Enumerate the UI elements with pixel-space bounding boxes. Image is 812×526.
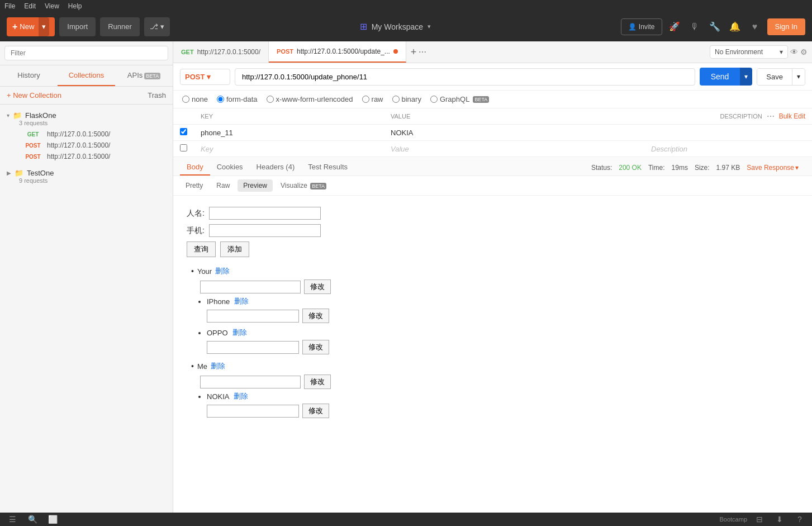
sign-in-button[interactable]: Sign In xyxy=(767,18,805,35)
wrench-icon-btn[interactable]: 🔧 xyxy=(707,19,723,35)
sidebar-toggle-button[interactable]: ☰ xyxy=(4,511,20,526)
option-form-data[interactable]: form-data xyxy=(217,95,258,103)
request-url: http://127.0.0.1:5000/ xyxy=(47,153,110,160)
row-checkbox[interactable] xyxy=(180,144,187,151)
tab-collections[interactable]: Collections xyxy=(58,65,115,86)
search-status-button[interactable]: 🔍 xyxy=(25,511,40,526)
request-url: http://127.0.0.1:5000/ xyxy=(47,130,110,138)
new-button[interactable]: + New ▾ xyxy=(7,17,55,36)
tab-history[interactable]: History xyxy=(0,65,58,86)
tab-get-request[interactable]: GET http://127.0.0.1:5000/ xyxy=(173,41,269,63)
request-item[interactable]: POST http://127.0.0.1:5000/ xyxy=(19,140,166,151)
trash-button[interactable]: Trash xyxy=(148,91,166,99)
name-input[interactable] xyxy=(209,207,321,220)
new-chevron-icon[interactable]: ▾ xyxy=(39,17,49,36)
layout-toggle-button[interactable]: ⊟ xyxy=(752,511,767,526)
radio-graphql[interactable] xyxy=(430,96,438,103)
chevron-right-icon: ▶ xyxy=(7,170,11,176)
row-checkbox[interactable] xyxy=(180,128,187,135)
menu-view[interactable]: View xyxy=(45,2,59,10)
workspace-button[interactable]: ⊞ My Workspace ▾ xyxy=(360,21,431,32)
preview-tab-visualize[interactable]: Visualize BETA xyxy=(275,179,332,192)
sub-item-nokia-input[interactable] xyxy=(207,405,299,418)
option-urlencoded[interactable]: x-www-form-urlencoded xyxy=(267,95,353,103)
item-your-input[interactable] xyxy=(200,281,301,293)
method-select[interactable]: POST ▾ xyxy=(180,69,230,85)
kv-more-button[interactable]: ⋯ xyxy=(767,112,775,121)
preview-tab-pretty[interactable]: Pretty xyxy=(180,179,208,192)
console-status-button[interactable]: ⬜ xyxy=(45,511,60,526)
tab-post-url: http://127.0.0.1:5000/update_... xyxy=(297,48,390,55)
add-tab-button[interactable]: + xyxy=(411,47,417,57)
item-me-modify-button[interactable]: 修改 xyxy=(304,375,331,389)
request-item[interactable]: POST http://127.0.0.1:5000/ xyxy=(19,151,166,162)
radio-raw[interactable] xyxy=(362,96,369,103)
env-gear-button[interactable]: ⚙ xyxy=(800,48,808,56)
radio-urlencoded[interactable] xyxy=(267,96,274,103)
sub-item-iphone-modify-button[interactable]: 修改 xyxy=(302,309,329,323)
preview-tab-raw[interactable]: Raw xyxy=(211,179,235,192)
status-value: 200 OK xyxy=(619,164,642,172)
phone-input[interactable] xyxy=(209,224,321,237)
option-binary[interactable]: binary xyxy=(392,95,421,103)
fork-button[interactable]: ⎇ ▾ xyxy=(144,17,170,36)
radio-none[interactable] xyxy=(182,96,189,103)
save-response-button[interactable]: Save Response ▾ xyxy=(747,164,799,172)
environment-dropdown[interactable]: No Environment ▾ xyxy=(710,45,788,59)
preview-tab-preview[interactable]: Preview xyxy=(238,179,273,192)
sub-item-nokia-modify-button[interactable]: 修改 xyxy=(302,404,329,418)
option-none[interactable]: none xyxy=(182,95,208,103)
download-status-button[interactable]: ⬇ xyxy=(772,511,787,526)
help-status-button[interactable]: ? xyxy=(792,511,808,526)
bulk-edit-button[interactable]: Bulk Edit xyxy=(779,112,805,120)
item-your-modify-button[interactable]: 修改 xyxy=(304,279,331,294)
env-eye-button[interactable]: 👁 xyxy=(790,48,798,56)
option-raw[interactable]: raw xyxy=(362,95,383,103)
option-graphql[interactable]: GraphQLBETA xyxy=(430,95,489,103)
request-item[interactable]: GET http://127.0.0.1:5000/ xyxy=(19,129,166,140)
response-tabs-bar: Body Cookies Headers (4) Test Results St… xyxy=(173,157,812,176)
save-chevron-button[interactable]: ▾ xyxy=(792,69,805,85)
menu-help[interactable]: Help xyxy=(68,2,82,10)
graphql-beta-badge: BETA xyxy=(473,96,489,103)
menu-file[interactable]: File xyxy=(4,2,15,10)
send-chevron-button[interactable]: ▾ xyxy=(740,68,752,86)
collection-testone-header[interactable]: ▶ 📁 TestOne xyxy=(7,169,166,177)
resp-tab-cookies[interactable]: Cookies xyxy=(210,159,250,176)
sub-item-iphone-input[interactable] xyxy=(207,310,299,323)
sub-item-oppo-modify-button[interactable]: 修改 xyxy=(302,340,329,354)
tab-apis[interactable]: APIsBETA xyxy=(115,65,173,86)
import-button[interactable]: Import xyxy=(59,17,96,36)
resp-tab-body[interactable]: Body xyxy=(180,159,210,176)
sub-item-iphone-delete-link[interactable]: 删除 xyxy=(234,296,249,306)
item-your-delete-link[interactable]: 删除 xyxy=(215,266,230,276)
send-button[interactable]: Send xyxy=(700,68,740,86)
add-button[interactable]: 添加 xyxy=(220,241,249,257)
astronaut-icon-btn[interactable]: 🚀 xyxy=(667,19,682,35)
heart-icon-btn[interactable]: ♥ xyxy=(747,19,763,35)
sub-item-oppo-delete-link[interactable]: 删除 xyxy=(232,328,247,338)
sub-item-nokia-delete-link[interactable]: 删除 xyxy=(234,391,248,401)
resp-tab-headers[interactable]: Headers (4) xyxy=(250,159,302,176)
bell-icon-btn[interactable]: 🔔 xyxy=(727,19,743,35)
runner-button[interactable]: Runner xyxy=(100,17,140,36)
menu-edit[interactable]: Edit xyxy=(24,2,36,10)
more-tabs-button[interactable]: ⋯ xyxy=(419,48,426,56)
microphone-icon-btn[interactable]: 🎙 xyxy=(687,19,702,35)
url-input[interactable] xyxy=(235,68,695,86)
radio-binary[interactable] xyxy=(392,96,400,103)
search-input[interactable] xyxy=(4,46,168,60)
search-button[interactable]: 查询 xyxy=(187,241,216,257)
sub-item-oppo-input-row: 修改 xyxy=(207,340,799,354)
save-button[interactable]: Save xyxy=(757,69,792,85)
resp-tab-test-results[interactable]: Test Results xyxy=(301,159,354,176)
invite-button[interactable]: 👤 Invite xyxy=(621,18,662,35)
collection-flaskone-header[interactable]: ▾ 📁 FlaskOne xyxy=(7,111,166,120)
main-layout: History Collections APIsBETA + New Colle… xyxy=(0,41,812,513)
item-me-delete-link[interactable]: 删除 xyxy=(211,361,225,371)
new-collection-button[interactable]: + New Collection xyxy=(7,91,61,99)
sub-item-oppo-input[interactable] xyxy=(207,341,299,354)
item-me-input[interactable] xyxy=(200,376,301,388)
radio-form-data[interactable] xyxy=(217,96,224,103)
tab-post-request[interactable]: POST http://127.0.0.1:5000/update_... xyxy=(269,41,406,63)
